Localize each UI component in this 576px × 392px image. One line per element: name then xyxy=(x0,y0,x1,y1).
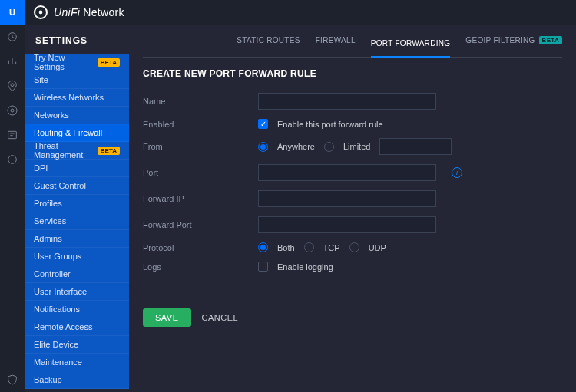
sidebar-item-maintenance[interactable]: Maintenance xyxy=(25,354,129,371)
beta-badge: BETA xyxy=(539,36,562,44)
sidebar-item-user-interface[interactable]: User Interface xyxy=(25,283,129,301)
protocol-radio-both[interactable] xyxy=(258,242,268,252)
forward-ip-input[interactable] xyxy=(258,190,436,207)
tab-geoip-filtering[interactable]: GEOIP FILTERINGBETA xyxy=(465,36,562,51)
protocol-radio-label: TCP xyxy=(323,243,340,252)
label-port: Port xyxy=(143,168,258,177)
label-enabled: Enabled xyxy=(143,120,258,129)
map-icon[interactable] xyxy=(0,74,25,98)
sidebar-item-guest-control[interactable]: Guest Control xyxy=(25,177,129,195)
from-radio-anywhere[interactable] xyxy=(258,142,268,152)
save-button[interactable]: SAVE xyxy=(143,308,191,327)
brand-icon[interactable]: U xyxy=(0,0,25,25)
sidebar-item-backup[interactable]: Backup xyxy=(25,371,129,389)
sidebar-item-remote-access[interactable]: Remote Access xyxy=(25,318,129,336)
sidebar-item-controller[interactable]: Controller xyxy=(25,265,129,283)
settings-panel: SETTINGS Try New SettingsBETASiteWireles… xyxy=(25,25,129,392)
logo-circle-icon xyxy=(34,5,48,19)
sidebar-item-elite-device[interactable]: Elite Device xyxy=(25,336,129,354)
limited-input[interactable] xyxy=(379,138,452,155)
port-input[interactable] xyxy=(258,164,436,181)
sidebar-item-site[interactable]: Site xyxy=(25,71,129,89)
tab-firewall[interactable]: FIREWALL xyxy=(316,36,356,51)
sidebar-item-networks[interactable]: Networks xyxy=(25,107,129,124)
protocol-radio-udp[interactable] xyxy=(349,242,359,252)
events-icon[interactable] xyxy=(0,147,25,172)
sidebar-item-threat-management[interactable]: Threat ManagementBETA xyxy=(25,142,129,160)
sidebar-item-user-groups[interactable]: User Groups xyxy=(25,248,129,265)
svg-rect-4 xyxy=(8,131,17,138)
settings-heading: SETTINGS xyxy=(25,25,129,54)
page: STATIC ROUTESFIREWALLPORT FORWARDINGGEOI… xyxy=(129,25,576,392)
settings-nav: Try New SettingsBETASiteWireless Network… xyxy=(25,54,129,389)
dashboard-icon[interactable] xyxy=(0,25,25,49)
beta-badge: BETA xyxy=(98,147,120,155)
shield-icon[interactable] xyxy=(0,367,25,392)
protocol-radio-tcp[interactable] xyxy=(304,242,314,252)
label-from: From xyxy=(143,142,258,151)
name-input[interactable] xyxy=(258,93,436,110)
logs-checkbox[interactable] xyxy=(258,262,268,272)
info-icon[interactable]: i xyxy=(452,167,462,178)
icon-rail: U xyxy=(0,0,25,392)
sidebar-item-wireless-networks[interactable]: Wireless Networks xyxy=(25,89,129,107)
cancel-button[interactable]: CANCEL xyxy=(202,313,239,322)
label-forward-port: Forward Port xyxy=(143,220,258,229)
enabled-checkbox-label: Enable this port forward rule xyxy=(277,120,383,129)
label-protocol: Protocol xyxy=(143,243,258,252)
sidebar-item-notifications[interactable]: Notifications xyxy=(25,301,129,318)
svg-point-5 xyxy=(8,156,17,164)
label-logs: Logs xyxy=(143,262,258,272)
page-title: CREATE NEW PORT FORWARD RULE xyxy=(143,68,562,79)
sidebar-item-services[interactable]: Services xyxy=(25,212,129,230)
stats-icon[interactable] xyxy=(0,49,25,74)
svg-point-1 xyxy=(11,84,14,87)
protocol-radio-label: UDP xyxy=(369,243,386,252)
sidebar-item-admins[interactable]: Admins xyxy=(25,230,129,248)
from-radio-limited[interactable] xyxy=(324,142,334,152)
sidebar-item-dpi[interactable]: DPI xyxy=(25,160,129,177)
brand-title: UniFi Network xyxy=(54,6,124,18)
insights-icon[interactable] xyxy=(0,123,25,147)
svg-point-6 xyxy=(39,11,43,15)
beta-badge: BETA xyxy=(98,58,120,67)
svg-point-2 xyxy=(8,106,17,115)
forward-port-input[interactable] xyxy=(258,216,436,233)
label-forward-ip: Forward IP xyxy=(143,194,258,203)
from-radio-label: Anywhere xyxy=(277,142,315,151)
protocol-radio-label: Both xyxy=(277,243,295,252)
sidebar-item-profiles[interactable]: Profiles xyxy=(25,195,129,212)
tab-static-routes[interactable]: STATIC ROUTES xyxy=(237,36,300,51)
svg-point-3 xyxy=(11,109,14,112)
from-radio-label: Limited xyxy=(343,142,370,151)
sidebar-item-routing-firewall[interactable]: Routing & Firewall xyxy=(25,124,129,142)
tabs: STATIC ROUTESFIREWALLPORT FORWARDINGGEOI… xyxy=(143,25,562,58)
logs-checkbox-label: Enable logging xyxy=(277,262,333,272)
enabled-checkbox[interactable]: ✓ xyxy=(258,119,268,129)
tab-port-forwarding[interactable]: PORT FORWARDING xyxy=(371,36,451,58)
topbar: UniFi Network xyxy=(25,0,576,25)
label-name: Name xyxy=(143,97,258,106)
sidebar-item-try-new-settings[interactable]: Try New SettingsBETA xyxy=(25,54,129,71)
devices-icon[interactable] xyxy=(0,98,25,123)
